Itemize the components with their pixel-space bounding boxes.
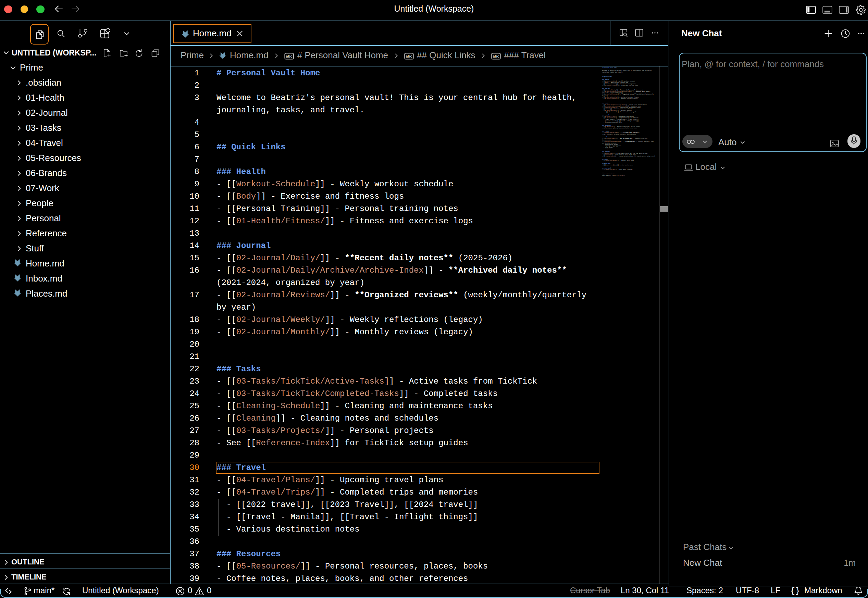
svg-text:abc: abc <box>286 54 292 58</box>
svg-text:abc: abc <box>493 54 499 58</box>
svg-text:abc: abc <box>405 54 412 58</box>
